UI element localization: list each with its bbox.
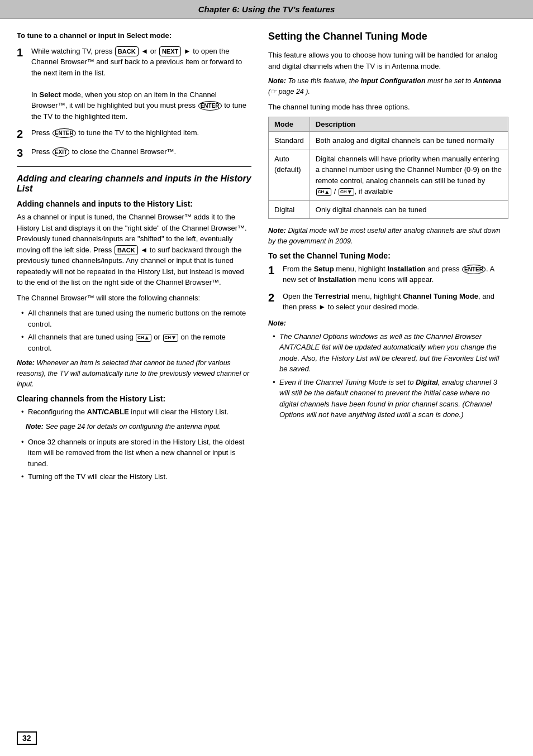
step-3: 3 Press EXIT to close the Channel Browse…: [17, 146, 251, 160]
right-column: Setting the Channel Tuning Mode This fea…: [268, 30, 508, 487]
bullet-clear-1: Reconfiguring the ANT/CABLE input will c…: [21, 406, 251, 418]
table-row-digital: Digital Only digital channels can be tun…: [269, 200, 508, 219]
page-header: Chapter 6: Using the TV's features: [0, 0, 533, 19]
step-1: 1 While watching TV, press BACK ◄ or NEX…: [17, 46, 251, 122]
ch-up-table-icon: CH▲: [316, 188, 331, 196]
bullet-clear-2: Once 32 channels or inputs are stored in…: [21, 437, 251, 470]
ch-up-icon: CH▲: [136, 334, 151, 342]
note-clear: Note: See page 24 for details on configu…: [17, 422, 251, 432]
tune-section: To tune to a channel or input in Select …: [17, 30, 251, 160]
history-section: Adding and clearing channels and inputs …: [17, 174, 251, 482]
step-3-num: 3: [17, 146, 27, 160]
bullets-clear2: Once 32 channels or inputs are stored in…: [17, 437, 251, 482]
next-button-icon: NEXT: [159, 46, 181, 56]
step-2-content: Press ENTER to tune the TV to the highli…: [31, 127, 251, 138]
table-header-row: Mode Description: [269, 117, 508, 132]
notes-bottom-bullets: The Channel Options windows as well as t…: [268, 331, 508, 420]
back-icon-inline: BACK: [115, 245, 138, 255]
bullet-add-2: All channels that are tuned using CH▲ or…: [21, 332, 251, 353]
table-col-mode: Mode: [269, 117, 310, 132]
table-row-auto: Auto(default) Digital channels will have…: [269, 150, 508, 200]
table-intro: The channel tuning mode has three option…: [268, 102, 508, 113]
bullets-clear1: Reconfiguring the ANT/CABLE input will c…: [17, 406, 251, 418]
set-step-2-content: Open the Terrestrial menu, highlight Cha…: [283, 291, 508, 313]
table-col-description: Description: [310, 117, 508, 132]
set-step-2-num: 2: [268, 291, 278, 304]
bullet-clear-3: Turning off the TV will clear the Histor…: [21, 471, 251, 482]
desc-digital: Only digital channels can be tuned: [310, 200, 508, 219]
note-add: Note: Whenever an item is selected that …: [17, 358, 251, 389]
mode-auto: Auto(default): [269, 150, 310, 200]
page-footer: 32: [17, 731, 37, 745]
mode-digital: Digital: [269, 200, 310, 219]
divider-1: [17, 166, 251, 167]
main-content: To tune to a channel or input in Select …: [0, 19, 533, 498]
note-bullet-1: The Channel Options windows as well as t…: [273, 331, 508, 375]
clear-history-title: Clearing channels from the History List:: [17, 394, 251, 403]
bullets-add: All channels that are tuned using the nu…: [17, 308, 251, 353]
mode-standard: Standard: [269, 132, 310, 150]
add-history-title: Adding channels and inputs to the Histor…: [17, 199, 251, 208]
desc-standard: Both analog and digital channels can be …: [310, 132, 508, 150]
ch-down-table-icon: CH▼: [339, 188, 354, 196]
history-section-title: Adding and clearing channels and inputs …: [17, 174, 251, 194]
bullet-add-1: All channels that are tuned using the nu…: [21, 308, 251, 329]
set-step-1-content: From the Setup menu, highlight Installat…: [283, 264, 508, 285]
desc-auto: Digital channels will have priority when…: [310, 150, 508, 200]
enter-btn-2: ENTER: [53, 128, 76, 138]
page: Chapter 6: Using the TV's features To tu…: [0, 0, 533, 756]
step-3-content: Press EXIT to close the Channel Browser™…: [31, 146, 251, 157]
left-column: To tune to a channel or input in Select …: [17, 30, 251, 487]
set-step-1-num: 1: [268, 264, 278, 277]
set-step-2: 2 Open the Terrestrial menu, highlight C…: [268, 291, 508, 313]
page-number: 32: [22, 734, 31, 743]
right-intro: This feature allows you to choose how tu…: [268, 50, 508, 71]
right-section-title: Setting the Channel Tuning Mode: [268, 30, 508, 43]
enter-btn-set1: ENTER: [462, 265, 486, 274]
exit-btn: EXIT: [53, 147, 69, 157]
set-channel-title: To set the Channel Tuning Mode:: [268, 251, 508, 260]
note-bullet-2: Even if the Channel Tuning Mode is set t…: [273, 377, 508, 420]
note-digital: Note: Digital mode will be most useful a…: [268, 226, 508, 247]
add-history-body: As a channel or input is tuned, the Chan…: [17, 212, 251, 288]
step-2: 2 Press ENTER to tune the TV to the high…: [17, 127, 251, 141]
step-2-num: 2: [17, 127, 27, 141]
ch-down-icon: CH▼: [163, 334, 178, 342]
enter-button-icon: ENTER: [198, 101, 222, 111]
add-history-body2: The Channel Browser™ will store the foll…: [17, 293, 251, 304]
step-1-num: 1: [17, 46, 27, 59]
chapter-title: Chapter 6: Using the TV's features: [198, 4, 335, 14]
channel-tuning-table: Mode Description Standard Both analog an…: [268, 117, 508, 219]
tune-section-title: To tune to a channel or input in Select …: [17, 30, 251, 41]
step-1-content: While watching TV, press BACK ◄ or NEXT …: [31, 46, 251, 122]
notes-bottom-label: Note:: [268, 318, 508, 329]
note-intro: Note: To use this feature, the Input Con…: [268, 76, 508, 97]
back-button-icon: BACK: [115, 46, 139, 56]
table-row-standard: Standard Both analog and digital channel…: [269, 132, 508, 150]
set-step-1: 1 From the Setup menu, highlight Install…: [268, 264, 508, 285]
